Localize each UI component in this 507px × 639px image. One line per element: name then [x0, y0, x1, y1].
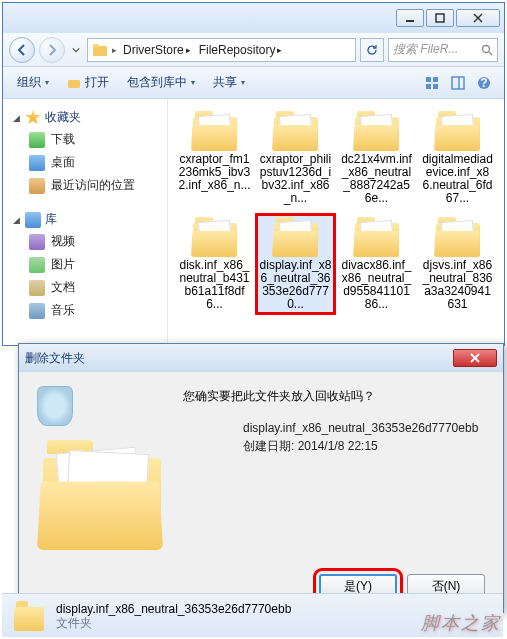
svg-rect-12	[433, 84, 438, 89]
folder-label: display.inf_x86_neutral_36353e26d7770...	[259, 259, 332, 311]
folder-icon	[272, 217, 320, 257]
folder-label: dc21x4vm.inf_x86_neutral_8887242a56e...	[340, 153, 413, 205]
dialog-question: 您确实要把此文件夹放入回收站吗？	[183, 388, 485, 405]
dialog-info: display.inf_x86_neutral_36353e26d7770ebb…	[183, 419, 485, 455]
forward-arrow-icon	[46, 44, 58, 56]
path-seg-filerepository[interactable]: FileRepository▸	[197, 43, 285, 57]
preview-pane-button[interactable]	[446, 71, 470, 95]
search-icon	[481, 44, 493, 56]
folder-icon	[434, 217, 482, 257]
back-arrow-icon	[16, 44, 28, 56]
folder-item[interactable]: cxraptor_fm1236mk5_ibv32.inf_x86_n...	[176, 109, 253, 207]
path-separator-icon: ▸	[112, 45, 117, 55]
sidebar-item-recent[interactable]: 最近访问的位置	[7, 174, 163, 197]
folder-item[interactable]: cxraptor_philipstuv1236d_ibv32.inf_x86_n…	[257, 109, 334, 207]
path-seg-driverstore[interactable]: DriverStore▸	[121, 43, 193, 57]
svg-rect-11	[426, 84, 431, 89]
dialog-text: 您确实要把此文件夹放入回收站吗？ display.inf_x86_neutral…	[183, 386, 485, 550]
svg-rect-8	[68, 80, 80, 88]
picture-icon	[29, 257, 45, 273]
sidebar-item-music[interactable]: 音乐	[7, 299, 163, 322]
dialog-titlebar: 删除文件夹	[19, 344, 503, 372]
maximize-button[interactable]	[426, 9, 454, 27]
svg-rect-9	[426, 77, 431, 82]
folder-icon	[12, 601, 46, 631]
back-button[interactable]	[9, 37, 35, 63]
dialog-filename: display.inf_x86_neutral_36353e26d7770ebb	[243, 419, 485, 437]
folder-icon	[191, 111, 239, 151]
collapse-icon: ◢	[11, 215, 21, 225]
close-icon	[470, 353, 480, 363]
search-input[interactable]: 搜索 FileR...	[388, 38, 498, 62]
svg-rect-4	[93, 46, 107, 56]
libraries-group: ◢库 视频 图片 文档 音乐	[7, 209, 163, 322]
view-options-button[interactable]	[420, 71, 444, 95]
document-icon	[29, 280, 45, 296]
sidebar-item-documents[interactable]: 文档	[7, 276, 163, 299]
search-placeholder: 搜索 FileR...	[393, 41, 458, 58]
dialog-icons	[37, 386, 167, 550]
close-button[interactable]	[456, 9, 500, 27]
svg-point-6	[483, 45, 490, 52]
download-icon	[29, 132, 45, 148]
dialog-title-text: 删除文件夹	[25, 350, 453, 367]
desktop-icon	[29, 155, 45, 171]
folder-item[interactable]: djsvs.inf_x86_neutral_836a3a3240941631	[419, 215, 496, 313]
maximize-icon	[435, 13, 445, 23]
folder-label: cxraptor_philipstuv1236d_ibv32.inf_x86_n…	[259, 153, 332, 205]
svg-rect-10	[433, 77, 438, 82]
sidebar: ◢收藏夹 下载 桌面 最近访问的位置 ◢库 视频 图片 文档 音乐	[3, 99, 168, 345]
sidebar-item-desktop[interactable]: 桌面	[7, 151, 163, 174]
video-icon	[29, 234, 45, 250]
help-icon: ?	[476, 75, 492, 91]
open-button[interactable]: 打开	[61, 71, 115, 95]
details-filename: display.inf_x86_neutral_36353e26d7770ebb	[56, 602, 291, 616]
folder-item[interactable]: divacx86.inf_x86_neutral_d95584110186...	[338, 215, 415, 313]
titlebar	[3, 3, 504, 33]
folder-label: digitalmediadevice.inf_x86.neutral_6fd67…	[421, 153, 494, 205]
close-icon	[473, 13, 483, 23]
folder-icon	[191, 217, 239, 257]
folder-icon	[353, 217, 401, 257]
forward-button[interactable]	[39, 37, 65, 63]
explorer-window: ▸ DriverStore▸ FileRepository▸ 搜索 FileR.…	[2, 2, 505, 346]
music-icon	[29, 303, 45, 319]
chevron-right-icon: ▸	[186, 45, 191, 55]
chevron-down-icon: ▾	[45, 78, 49, 87]
folder-item[interactable]: digitalmediadevice.inf_x86.neutral_6fd67…	[419, 109, 496, 207]
help-button[interactable]: ?	[472, 71, 496, 95]
details-text: display.inf_x86_neutral_36353e26d7770ebb…	[56, 602, 291, 630]
organize-button[interactable]: 组织▾	[11, 71, 55, 95]
nav-history-dropdown[interactable]	[69, 41, 83, 59]
pane-icon	[450, 75, 466, 91]
refresh-button[interactable]	[360, 38, 384, 62]
dialog-body: 您确实要把此文件夹放入回收站吗？ display.inf_x86_neutral…	[19, 372, 503, 564]
folder-icon	[92, 42, 108, 58]
address-bar[interactable]: ▸ DriverStore▸ FileRepository▸	[87, 38, 356, 62]
sidebar-item-pictures[interactable]: 图片	[7, 253, 163, 276]
details-type: 文件夹	[56, 616, 291, 630]
navbar: ▸ DriverStore▸ FileRepository▸ 搜索 FileR.…	[3, 33, 504, 67]
folder-label: cxraptor_fm1236mk5_ibv32.inf_x86_n...	[178, 153, 251, 192]
view-icon	[424, 75, 440, 91]
chevron-down-icon: ▾	[241, 78, 245, 87]
dialog-created-date: 创建日期: 2014/1/8 22:15	[243, 437, 485, 455]
include-library-button[interactable]: 包含到库中▾	[121, 71, 201, 95]
sidebar-item-videos[interactable]: 视频	[7, 230, 163, 253]
folder-item[interactable]: dc21x4vm.inf_x86_neutral_8887242a56e...	[338, 109, 415, 207]
favorites-group: ◢收藏夹 下载 桌面 最近访问的位置	[7, 107, 163, 197]
favorites-header[interactable]: ◢收藏夹	[7, 107, 163, 128]
minimize-button[interactable]	[396, 9, 424, 27]
folder-label: disk.inf_x86_neutral_b431b61a11f8df6...	[178, 259, 251, 311]
collapse-icon: ◢	[11, 113, 21, 123]
dialog-close-button[interactable]	[453, 349, 497, 367]
chevron-down-icon: ▾	[191, 78, 195, 87]
folder-label: djsvs.inf_x86_neutral_836a3a3240941631	[421, 259, 494, 311]
folder-item[interactable]: disk.inf_x86_neutral_b431b61a11f8df6...	[176, 215, 253, 313]
share-button[interactable]: 共享▾	[207, 71, 251, 95]
libraries-header[interactable]: ◢库	[7, 209, 163, 230]
folder-item-selected[interactable]: display.inf_x86_neutral_36353e26d7770...	[257, 215, 334, 313]
toolbar: 组织▾ 打开 包含到库中▾ 共享▾ ?	[3, 67, 504, 99]
sidebar-item-downloads[interactable]: 下载	[7, 128, 163, 151]
file-grid[interactable]: cxraptor_fm1236mk5_ibv32.inf_x86_n... cx…	[168, 99, 504, 345]
